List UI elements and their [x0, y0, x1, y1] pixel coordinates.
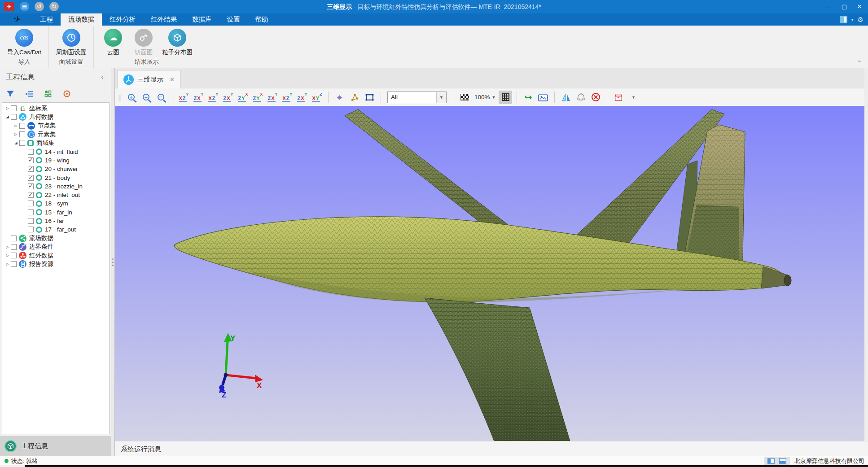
- box-select-icon[interactable]: [363, 91, 376, 104]
- view-rotate1-icon[interactable]: YZX: [295, 91, 309, 104]
- filter-icon[interactable]: [5, 89, 15, 98]
- tree-item[interactable]: 20 - chuiwei: [2, 165, 109, 173]
- expander-closed-icon[interactable]: ▷: [4, 245, 11, 249]
- 3d-viewport[interactable]: Y X Z: [115, 106, 864, 441]
- snapshot-icon[interactable]: [536, 91, 550, 104]
- view-rotate2-icon[interactable]: ZXY: [310, 91, 324, 104]
- tree-item[interactable]: ▷元素集: [2, 130, 109, 139]
- new-file-icon[interactable]: ▤: [20, 2, 29, 11]
- view-front-icon[interactable]: YXZ: [177, 91, 190, 104]
- tree-item[interactable]: ▷红外数据: [2, 251, 109, 260]
- visibility-checkbox[interactable]: [28, 175, 34, 181]
- menu-item[interactable]: 设置: [219, 13, 248, 26]
- expander-closed-icon[interactable]: ▷: [4, 106, 11, 110]
- toolbar-drag-handle[interactable]: ∥: [117, 91, 123, 104]
- nodes-display-icon[interactable]: [348, 91, 361, 104]
- section-ring-icon[interactable]: [574, 91, 587, 104]
- tree-item[interactable]: 23 - nozzle_in: [2, 182, 109, 191]
- dropdown-caret-icon[interactable]: ▾: [851, 17, 854, 22]
- tree-item[interactable]: 21 - body: [2, 173, 109, 182]
- tree-item[interactable]: 流场数据: [2, 234, 109, 242]
- mesh-grid-toggle[interactable]: [499, 91, 512, 104]
- zoom-in-icon[interactable]: +: [124, 91, 138, 104]
- visibility-checkbox[interactable]: [19, 131, 25, 137]
- visibility-checkbox[interactable]: [28, 227, 34, 232]
- ribbon-button[interactable]: ☁云图: [99, 28, 127, 57]
- tree-item[interactable]: 19 - wing: [2, 156, 109, 165]
- tree-item[interactable]: 18 - sym: [2, 199, 109, 208]
- expander-closed-icon[interactable]: ▷: [4, 262, 11, 266]
- tree-item[interactable]: 14 - int_fluid: [2, 147, 109, 156]
- visibility-checkbox[interactable]: [19, 140, 25, 146]
- expander-closed-icon[interactable]: ▷: [4, 253, 11, 258]
- view-bottom-icon[interactable]: XZY: [251, 91, 264, 104]
- expander-closed-icon[interactable]: ▷: [13, 124, 19, 128]
- ribbon-button[interactable]: 周期面设置: [54, 28, 88, 57]
- menu-item[interactable]: 红外分析: [102, 13, 143, 26]
- export-view-icon[interactable]: ↪: [521, 90, 536, 105]
- visibility-checkbox[interactable]: [28, 183, 34, 189]
- visibility-checkbox[interactable]: [19, 123, 25, 129]
- tab-close-icon[interactable]: ✕: [170, 76, 175, 83]
- settings-gear-icon[interactable]: ⚙: [858, 16, 864, 24]
- maximize-button[interactable]: ▢: [837, 0, 852, 13]
- probe-icon[interactable]: ⌖: [333, 91, 346, 104]
- zoom-out-icon[interactable]: −: [139, 91, 153, 104]
- close-button[interactable]: ✕: [852, 0, 867, 13]
- visibility-checkbox[interactable]: [28, 157, 34, 163]
- view-iso2-icon[interactable]: YXZ: [281, 91, 294, 104]
- archive-icon[interactable]: [612, 91, 625, 104]
- ribbon-button[interactable]: cas导入Cas/Dat: [5, 28, 43, 57]
- view-left-icon[interactable]: YXZ: [206, 91, 220, 104]
- tree-item[interactable]: ▷边界条件: [2, 243, 109, 251]
- tree-item[interactable]: 22 - inlet_out: [2, 191, 109, 199]
- group-grid-icon[interactable]: [43, 89, 53, 98]
- background-pattern-icon[interactable]: [458, 91, 471, 104]
- expander-open-icon[interactable]: ◢: [4, 115, 11, 119]
- visibility-checkbox[interactable]: [11, 114, 17, 120]
- theme-icon[interactable]: [840, 16, 847, 23]
- visibility-checkbox[interactable]: [11, 253, 17, 258]
- panel-collapse-button[interactable]: ‹: [101, 68, 104, 86]
- minimize-button[interactable]: –: [821, 0, 837, 13]
- ribbon-button[interactable]: 粒子分布图: [160, 28, 194, 57]
- tab-3d-view[interactable]: 三维显示 ✕: [118, 70, 180, 88]
- archive-caret-icon[interactable]: ▾: [627, 91, 640, 104]
- tree-item[interactable]: ◢面域集: [2, 139, 109, 147]
- undo-icon[interactable]: ↺: [35, 2, 44, 11]
- menu-item[interactable]: 红外结果: [143, 13, 184, 26]
- clear-icon[interactable]: [589, 91, 602, 104]
- visibility-checkbox[interactable]: [28, 218, 34, 224]
- visibility-checkbox[interactable]: [28, 149, 34, 155]
- tree-item[interactable]: 16 - far: [2, 217, 109, 225]
- view-right-icon[interactable]: YZX: [221, 91, 235, 104]
- zoom-fit-icon[interactable]: □: [154, 91, 167, 104]
- ribbon-collapse-icon[interactable]: ⌃: [857, 60, 862, 66]
- visibility-checkbox[interactable]: [28, 209, 34, 215]
- visibility-checkbox[interactable]: [11, 244, 17, 250]
- menu-item[interactable]: 流场数据: [61, 13, 102, 26]
- view-top-icon[interactable]: XZY: [236, 91, 250, 104]
- expander-open-icon[interactable]: ◢: [13, 141, 19, 145]
- view-iso1-icon[interactable]: YZX: [266, 91, 279, 104]
- visibility-checkbox[interactable]: [28, 192, 34, 198]
- layout-bottom-panel-icon[interactable]: [779, 458, 786, 464]
- visibility-checkbox[interactable]: [11, 236, 17, 241]
- panel-footer[interactable]: 工程信息: [0, 436, 111, 456]
- tree-item[interactable]: 17 - far_out: [2, 225, 109, 234]
- combo-dropdown-arrow[interactable]: ▼: [436, 92, 446, 103]
- layout-left-panel-icon[interactable]: [767, 458, 775, 464]
- menu-item[interactable]: 帮助: [248, 13, 276, 26]
- visibility-checkbox[interactable]: [11, 261, 17, 267]
- view-back-icon[interactable]: YZX: [192, 91, 205, 104]
- tree-item[interactable]: ▷Yzx坐标系: [2, 104, 109, 113]
- display-filter-select[interactable]: All▼: [387, 92, 447, 103]
- redo-icon[interactable]: ↻: [49, 2, 59, 11]
- tree-item[interactable]: ▷报告资源: [2, 260, 109, 268]
- mirror-icon[interactable]: [559, 91, 573, 104]
- tree-item[interactable]: ◢几何数据: [2, 113, 109, 121]
- menu-item[interactable]: 数据库: [184, 13, 219, 26]
- tree-item[interactable]: ▷节点集: [2, 122, 109, 130]
- tree-item[interactable]: 15 - far_in: [2, 208, 109, 217]
- visibility-checkbox[interactable]: [11, 105, 17, 111]
